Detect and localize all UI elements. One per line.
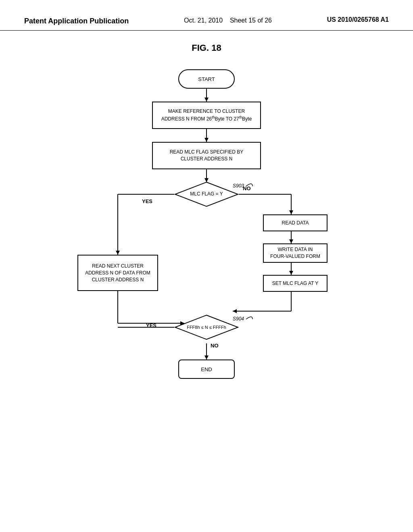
s901-text: MAKE REFERENCE TO CLUSTERADDRESS N FROM … xyxy=(161,108,252,123)
svg-marker-1 xyxy=(204,98,209,102)
fig-title: FIG. 18 xyxy=(192,43,221,53)
svg-marker-8 xyxy=(116,251,120,255)
s902-box: READ MLC FLAG SPECIFIED BYCLUSTER ADDRES… xyxy=(152,142,261,169)
patent-number: US 2010/0265768 A1 xyxy=(327,16,389,23)
s903-no-label: NO xyxy=(243,185,251,191)
s904-yes-label: YES xyxy=(146,322,156,328)
start-box: START xyxy=(178,69,235,89)
diagram-area: FIG. 18 xyxy=(0,31,413,484)
s901-box: MAKE REFERENCE TO CLUSTERADDRESS N FROM … xyxy=(152,102,261,129)
end-box: END xyxy=(178,360,235,379)
svg-marker-3 xyxy=(204,138,209,142)
s905-box: READ DATA xyxy=(263,214,327,231)
header-left: Patent Application Publication xyxy=(24,16,129,26)
s907-box: SET MLC FLAG AT Y xyxy=(263,275,327,292)
s906-box: WRITE DATA INFOUR-VALUED FORM xyxy=(263,243,327,263)
s904-no-label: NO xyxy=(211,343,219,349)
s904-diamond: FFF8h ≤ N ≤ FFFFh xyxy=(174,314,239,340)
header-right: US 2010/0265768 A1 xyxy=(327,16,389,23)
s906-text: WRITE DATA INFOUR-VALUED FORM xyxy=(270,246,320,260)
s908-box: READ NEXT CLUSTERADDRESS N OF DATA FROMC… xyxy=(77,255,158,291)
s907-text: SET MLC FLAG AT Y xyxy=(272,281,319,286)
s905-text: READ DATA xyxy=(282,220,309,226)
page: Patent Application Publication Oct. 21, … xyxy=(0,0,413,532)
s903-yes-label: YES xyxy=(142,198,152,204)
flowchart: START S901 MAKE REFERENCE TO CLUSTERADDR… xyxy=(65,61,348,484)
s902-text: READ MLC FLAG SPECIFIED BYCLUSTER ADDRES… xyxy=(170,149,244,162)
svg-marker-13 xyxy=(289,239,293,243)
sheet-label: Sheet 15 of 26 xyxy=(230,17,272,24)
svg-marker-18 xyxy=(233,309,237,313)
end-label: END xyxy=(201,366,212,372)
publication-label: Patent Application Publication xyxy=(24,17,129,25)
date-label: Oct. 21, 2010 xyxy=(184,17,223,24)
header-center: Oct. 21, 2010 Sheet 15 of 26 xyxy=(184,16,272,25)
svg-marker-23 xyxy=(204,355,209,360)
header: Patent Application Publication Oct. 21, … xyxy=(0,0,413,31)
s903-diamond: MLC FLAG = Y xyxy=(174,181,239,207)
svg-marker-11 xyxy=(289,210,293,214)
s908-text: READ NEXT CLUSTERADDRESS N OF DATA FROMC… xyxy=(85,263,150,283)
svg-marker-15 xyxy=(289,271,293,275)
start-label: START xyxy=(198,76,215,82)
